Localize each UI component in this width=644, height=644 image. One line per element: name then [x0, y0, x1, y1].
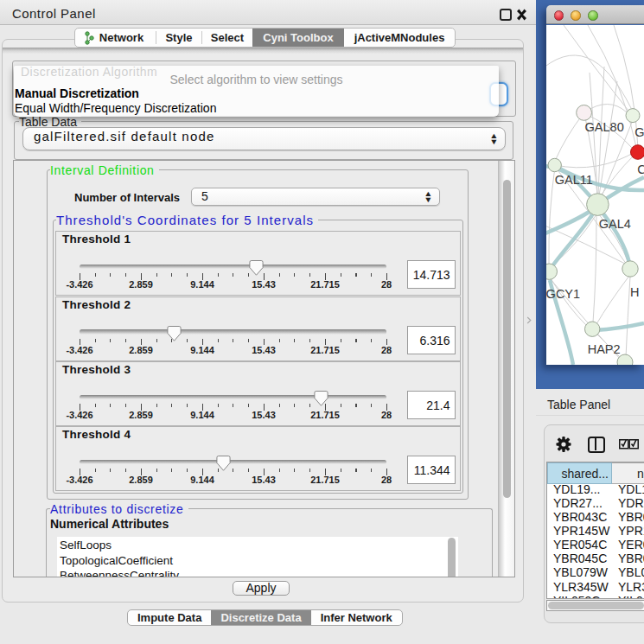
- svg-text:C: C: [637, 163, 644, 176]
- svg-text:GAL4: GAL4: [599, 217, 631, 231]
- svg-text:GAL11: GAL11: [555, 173, 593, 187]
- svg-text:H: H: [630, 285, 639, 299]
- svg-text:HAP2: HAP2: [588, 342, 621, 356]
- svg-text:GAL80: GAL80: [585, 120, 624, 134]
- svg-text:GA: GA: [634, 125, 644, 139]
- svg-text:GCY1: GCY1: [546, 287, 580, 301]
